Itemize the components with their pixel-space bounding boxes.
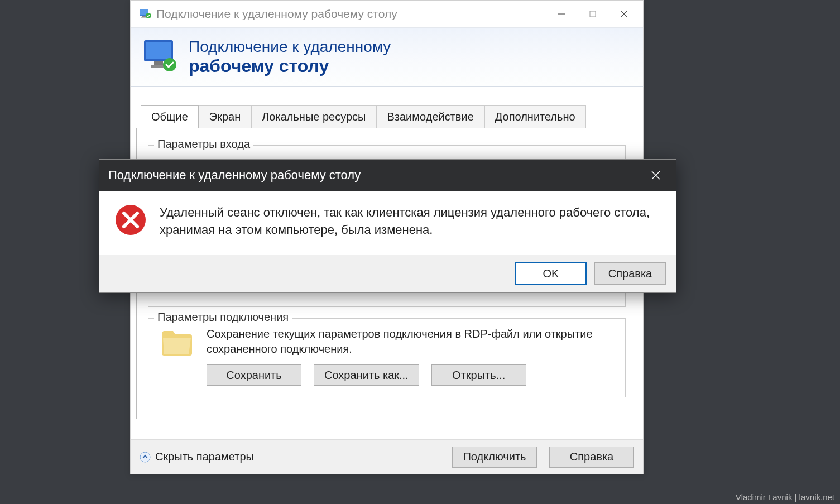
window-controls bbox=[546, 1, 640, 27]
close-button[interactable] bbox=[608, 1, 640, 27]
footer-bar: Скрыть параметры Подключить Справка bbox=[131, 439, 643, 474]
tab-screen[interactable]: Экран bbox=[199, 105, 251, 128]
titlebar[interactable]: Подключение к удаленному рабочему столу bbox=[131, 1, 643, 27]
error-title: Подключение к удаленному рабочему столу bbox=[108, 168, 645, 183]
save-as-button[interactable]: Сохранить как... bbox=[314, 364, 419, 386]
banner-line1: Подключение к удаленному bbox=[189, 38, 391, 56]
error-ok-button[interactable]: OK bbox=[515, 262, 587, 285]
connect-button[interactable]: Подключить bbox=[452, 447, 537, 468]
tab-local-resources[interactable]: Локальные ресурсы bbox=[251, 105, 376, 128]
error-footer: OK Справка bbox=[99, 255, 676, 292]
error-x-icon bbox=[115, 204, 146, 236]
svg-rect-10 bbox=[146, 42, 171, 59]
error-dialog: Подключение к удаленному рабочему столу … bbox=[99, 159, 676, 293]
svg-rect-2 bbox=[142, 16, 146, 17]
open-button[interactable]: Открыть... bbox=[431, 364, 526, 386]
error-titlebar[interactable]: Подключение к удаленному рабочему столу bbox=[99, 160, 676, 191]
rdp-monitor-icon bbox=[141, 37, 181, 77]
folder-icon bbox=[160, 327, 194, 358]
svg-point-14 bbox=[140, 452, 150, 462]
error-close-button[interactable] bbox=[645, 170, 667, 180]
error-body: Удаленный сеанс отключен, так как клиент… bbox=[99, 191, 676, 255]
connection-legend: Параметры подключения bbox=[154, 311, 292, 324]
banner-text: Подключение к удаленному рабочему столу bbox=[189, 38, 391, 76]
minimize-button[interactable] bbox=[546, 1, 577, 27]
login-legend: Параметры входа bbox=[154, 138, 253, 151]
help-button[interactable]: Справка bbox=[549, 447, 634, 468]
banner-line2: рабочему столу bbox=[189, 56, 391, 76]
tab-general[interactable]: Общие bbox=[141, 105, 199, 128]
svg-rect-6 bbox=[590, 11, 596, 17]
error-help-button[interactable]: Справка bbox=[594, 262, 666, 285]
tab-advanced[interactable]: Дополнительно bbox=[484, 105, 586, 128]
maximize-button[interactable] bbox=[577, 1, 608, 27]
rdp-app-icon bbox=[138, 7, 152, 21]
tab-experience[interactable]: Взаимодействие bbox=[376, 105, 484, 128]
watermark: Vladimir Lavnik | lavnik.net bbox=[736, 492, 834, 502]
window-title: Подключение к удаленному рабочему столу bbox=[156, 7, 546, 21]
svg-rect-11 bbox=[154, 61, 163, 65]
hide-options-link[interactable]: Скрыть параметры bbox=[155, 450, 254, 463]
connection-fieldset: Параметры подключения Сохранение текущих… bbox=[148, 318, 626, 397]
header-banner: Подключение к удаленному рабочему столу bbox=[131, 27, 643, 87]
connection-description: Сохранение текущих параметров подключени… bbox=[207, 327, 614, 357]
svg-rect-3 bbox=[141, 17, 147, 18]
collapse-icon[interactable] bbox=[140, 452, 151, 463]
error-message: Удаленный сеанс отключен, так как клиент… bbox=[160, 204, 659, 239]
save-button[interactable]: Сохранить bbox=[207, 364, 301, 386]
tab-strip: Общие Экран Локальные ресурсы Взаимодейс… bbox=[141, 105, 637, 128]
